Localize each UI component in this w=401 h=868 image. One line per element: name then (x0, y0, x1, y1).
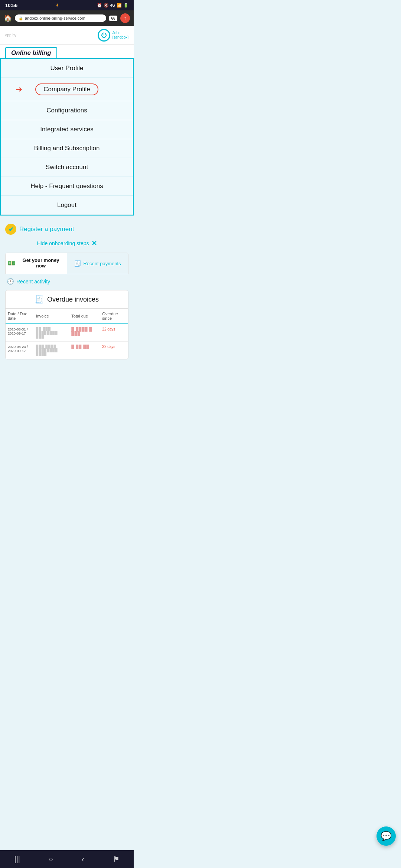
close-onboarding-button[interactable]: ✕ (91, 239, 97, 247)
home-icon: 🏠 (4, 14, 12, 22)
table-row[interactable]: 2020-08-31 /2020-09-17 ██ ███ ████████ █… (6, 324, 128, 342)
main-content: ✔ Register a payment Hide onboarding ste… (0, 216, 134, 363)
upload-icon: ↑ (124, 15, 127, 21)
power-icon[interactable]: ⏻ (98, 29, 110, 42)
row2-invoice: ███ ████ ████████ ████ (34, 342, 69, 359)
tab-get-your-money-now[interactable]: 💵 Get your money now (6, 253, 67, 274)
col-date: Date / Due date (6, 309, 34, 324)
check-circle-icon: ✔ (5, 224, 16, 235)
network-label: 4G (110, 3, 115, 7)
tab-recent-payments[interactable]: 🧾 Recent payments (67, 253, 128, 274)
row2-overdue: 22 days (100, 342, 128, 359)
tab-get-money-label: Get your money now (17, 257, 65, 269)
status-bar: 10:56 🧍 ⏰ 🔇 4G 📶 🔋 (0, 0, 134, 10)
status-bar-right: ⏰ 🔇 4G 📶 🔋 (97, 3, 128, 8)
dropdown-menu: User Profile ➜ Company Profile Configura… (0, 58, 134, 216)
browser-tabs-button[interactable]: 66 (109, 16, 117, 21)
signal-icon: 📶 (117, 3, 122, 8)
hide-onboarding-row[interactable]: Hide onboarding steps ✕ (5, 237, 128, 253)
row1-date: 2020-08-31 /2020-09-17 (6, 324, 34, 342)
browser-url-text: andbox.online-billing-service.com (25, 16, 85, 20)
battery-icon: 🔋 (123, 3, 128, 8)
menu-item-user-profile[interactable]: User Profile (1, 59, 133, 78)
billing-header-strip: Online billing (0, 45, 134, 58)
billing-title: Online billing (5, 47, 57, 58)
menu-item-company-profile[interactable]: ➜ Company Profile (1, 78, 133, 101)
overdue-invoices-section: 🧾 Overdue invoices Date / Due date Invoi… (5, 290, 128, 359)
overdue-header: 🧾 Overdue invoices (6, 290, 128, 309)
row1-invoice: ██ ███ ████████ ███ (34, 324, 69, 342)
col-overdue-since: Overdue since (100, 309, 128, 324)
col-total-due: Total due (69, 309, 100, 324)
row1-amount: █ ████ █ ███ (69, 324, 100, 342)
table-row[interactable]: 2020-08-23 /2020-09-17 ███ ████ ████████… (6, 342, 128, 359)
menu-item-switch-account[interactable]: Switch account (1, 158, 133, 177)
col-invoice: Invoice (34, 309, 69, 324)
menu-item-billing-subscription[interactable]: Billing and Subscription (1, 139, 133, 158)
app-logo-text: app by (5, 33, 16, 37)
row2-amount: █ ██ ██ (69, 342, 100, 359)
user-avatar-area[interactable]: ⏻ John [sandbox] (98, 29, 128, 42)
row2-date: 2020-08-23 /2020-09-17 (6, 342, 34, 359)
status-icons-area: 🧍 (55, 3, 59, 7)
user-name: John [sandbox] (113, 31, 128, 40)
app-header: app by ⏻ John [sandbox] (0, 26, 134, 45)
person-icon: 🧍 (55, 3, 59, 7)
browser-upload-button[interactable]: ↑ (120, 13, 130, 23)
register-payment-row[interactable]: ✔ Register a payment (5, 219, 128, 237)
menu-item-integrated-services[interactable]: Integrated services (1, 120, 133, 139)
menu-item-help[interactable]: Help - Frequent questions (1, 177, 133, 196)
menu-item-configurations[interactable]: Configurations (1, 101, 133, 120)
overdue-title: Overdue invoices (47, 296, 99, 303)
app-logo: app by (5, 33, 16, 37)
lock-icon: 🔒 (19, 16, 23, 20)
company-profile-oval: Company Profile (35, 83, 98, 95)
clock-icon: 🕐 (7, 278, 14, 285)
row1-overdue: 22 days (100, 324, 128, 342)
recent-activity-row[interactable]: 🕐 Recent activity (5, 274, 128, 289)
recent-activity-text: Recent activity (16, 279, 50, 285)
arrow-indicator: ➜ (16, 85, 22, 94)
hide-onboarding-text: Hide onboarding steps (37, 240, 89, 246)
invoice-icon: 🧾 (35, 295, 44, 304)
menu-item-logout[interactable]: Logout (1, 196, 133, 215)
status-time: 10:56 (5, 3, 17, 8)
browser-home-button[interactable]: 🏠 (4, 14, 12, 22)
browser-url-bar[interactable]: 🔒 andbox.online-billing-service.com (15, 14, 106, 22)
register-payment-text: Register a payment (19, 226, 74, 233)
tab-recent-payments-label: Recent payments (83, 261, 121, 266)
money-icon: 💵 (8, 260, 15, 267)
receipt-icon: 🧾 (74, 260, 81, 267)
browser-bar: 🏠 🔒 andbox.online-billing-service.com 66… (0, 10, 134, 26)
mute-icon: 🔇 (104, 3, 109, 8)
tabs-row: 💵 Get your money now 🧾 Recent payments (5, 253, 128, 274)
alarm-icon: ⏰ (97, 3, 102, 8)
invoice-table: Date / Due date Invoice Total due Overdu… (6, 309, 128, 359)
